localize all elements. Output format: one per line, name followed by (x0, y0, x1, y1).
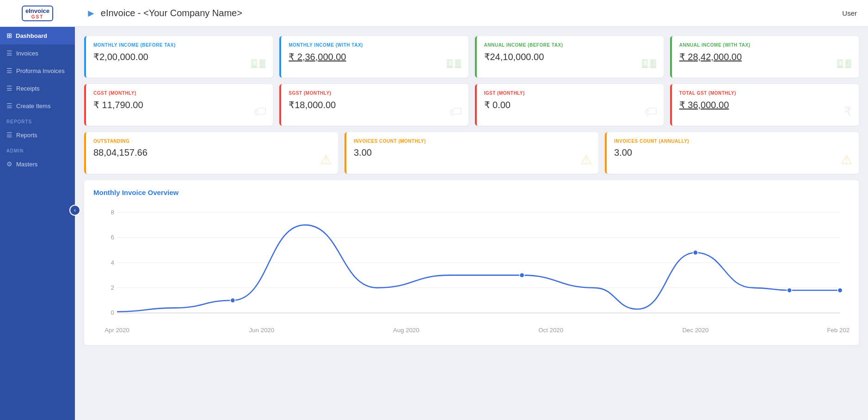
content-area: MONTHLY INCOME (BEFORE TAX)₹2,00,000.00💵… (75, 27, 868, 420)
stat-label-total-gst-monthly: TOTAL GST (MONTHLY) (679, 91, 851, 96)
svg-text:8: 8 (111, 209, 114, 216)
svg-point-19 (787, 288, 792, 292)
stat-icon-cgst-monthly: 🏷 (253, 104, 266, 119)
stat-icon-sgst-monthly: 🏷 (449, 104, 462, 119)
svg-text:2: 2 (111, 284, 114, 291)
stat-icon-outstanding: ⚠ (320, 152, 332, 167)
stat-card-cgst-monthly: CGST (MONTHLY)₹ 11,790.00🏷 (84, 84, 273, 126)
sidebar-toggle-button[interactable]: ‹ (69, 205, 80, 216)
stat-icon-annual-income-before-tax: 💵 (641, 56, 657, 71)
stat-card-outstanding: OUTSTANDING88,04,157.66⚠ (84, 132, 338, 174)
stat-card-invoices-count-monthly: INVOICES COUNT (MONTHLY)3.00⚠ (345, 132, 598, 174)
svg-text:6: 6 (111, 234, 114, 241)
chart-title: Monthly Invoice Overview (93, 189, 850, 196)
stat-label-outstanding: OUTSTANDING (93, 139, 331, 144)
stat-label-annual-income-with-tax: ANNUAL INCOME (WITH TAX) (679, 43, 851, 48)
svg-text:Jun 2020: Jun 2020 (249, 327, 274, 334)
sidebar-item-reports[interactable]: ☰ Reports (0, 126, 75, 144)
stat-label-igst-monthly: IGST (MONTHLY) (484, 91, 656, 96)
svg-text:Feb 2021: Feb 2021 (827, 327, 850, 334)
stat-value-sgst-monthly: ₹18,000.00 (289, 99, 461, 110)
svg-point-16 (230, 298, 235, 303)
stat-label-sgst-monthly: SGST (MONTHLY) (289, 91, 461, 96)
stat-icon-total-gst-monthly: ₹ (844, 104, 852, 119)
sidebar-label-masters: Masters (16, 161, 37, 168)
sidebar-label-proforma: Proforma Invoices (16, 67, 65, 74)
stat-label-monthly-income-with-tax: MONTHLY INCOME (WITH TAX) (289, 43, 461, 48)
sidebar-label-receipts: Receipts (16, 85, 40, 92)
header: ► eInvoice - <Your Company Name> User (75, 0, 868, 27)
stat-card-invoices-count-annually: INVOICES COUNT (ANNUALLY)3.00⚠ (605, 132, 859, 174)
svg-point-17 (520, 273, 524, 277)
proforma-icon: ☰ (6, 67, 12, 74)
stat-card-monthly-income-before-tax: MONTHLY INCOME (BEFORE TAX)₹2,00,000.00💵 (84, 36, 273, 78)
sidebar: eInvoice GST ⊞ Dashboard ☰ Invoices ☰ Pr… (0, 0, 75, 420)
svg-point-18 (693, 250, 698, 255)
svg-text:0: 0 (111, 309, 114, 316)
stat-value-monthly-income-before-tax: ₹2,00,000.00 (93, 51, 265, 62)
sidebar-item-dashboard[interactable]: ⊞ Dashboard (0, 27, 75, 44)
svg-point-20 (837, 288, 842, 292)
stat-icon-monthly-income-before-tax: 💵 (250, 56, 266, 71)
receipts-icon: ☰ (6, 85, 12, 92)
stat-card-igst-monthly: IGST (MONTHLY)₹ 0.00🏷 (475, 84, 664, 126)
chart-section: Monthly Invoice Overview 02468Apr 2020Ju… (84, 180, 859, 345)
stat-label-annual-income-before-tax: ANNUAL INCOME (BEFORE TAX) (484, 43, 656, 48)
sidebar-item-invoices[interactable]: ☰ Invoices (0, 44, 75, 62)
stat-value-igst-monthly: ₹ 0.00 (484, 99, 656, 110)
stat-value-annual-income-with-tax: ₹ 28,42,000.00 (679, 51, 851, 62)
logo-area: eInvoice GST (0, 0, 75, 27)
stat-card-annual-income-before-tax: ANNUAL INCOME (BEFORE TAX)₹24,10,000.00💵 (475, 36, 664, 78)
logo: eInvoice GST (22, 6, 53, 21)
user-label: User (842, 9, 857, 17)
sidebar-label-invoices: Invoices (16, 50, 38, 57)
stat-icon-invoices-count-annually: ⚠ (841, 152, 852, 167)
stat-icon-annual-income-with-tax: 💵 (836, 56, 852, 71)
svg-text:Aug 2020: Aug 2020 (393, 327, 419, 334)
stat-card-sgst-monthly: SGST (MONTHLY)₹18,000.00🏷 (279, 84, 468, 126)
sidebar-label-reports: Reports (16, 132, 37, 139)
logo-mid: GST (31, 14, 44, 19)
svg-text:4: 4 (111, 259, 115, 266)
stat-label-monthly-income-before-tax: MONTHLY INCOME (BEFORE TAX) (93, 43, 265, 48)
sidebar-item-create-items[interactable]: ☰ Create Items (0, 97, 75, 115)
stat-label-invoices-count-annually: INVOICES COUNT (ANNUALLY) (614, 139, 851, 144)
sidebar-item-proforma[interactable]: ☰ Proforma Invoices (0, 62, 75, 79)
stat-value-invoices-count-annually: 3.00 (614, 147, 851, 158)
masters-icon: ⚙ (6, 160, 12, 168)
create-items-icon: ☰ (6, 102, 12, 110)
chart-container: 02468Apr 2020Jun 2020Aug 2020Oct 2020Dec… (93, 203, 850, 337)
stats-row-1: MONTHLY INCOME (BEFORE TAX)₹2,00,000.00💵… (84, 36, 859, 78)
sidebar-label-dashboard: Dashboard (16, 32, 47, 39)
line-chart: 02468Apr 2020Jun 2020Aug 2020Oct 2020Dec… (93, 203, 850, 337)
stat-icon-invoices-count-monthly: ⚠ (580, 152, 592, 167)
stats-row-3: OUTSTANDING88,04,157.66⚠INVOICES COUNT (… (84, 132, 859, 174)
sidebar-label-create-items: Create Items (16, 103, 50, 110)
stat-value-monthly-income-with-tax: ₹ 2,36,000.00 (289, 51, 461, 62)
stat-card-annual-income-with-tax: ANNUAL INCOME (WITH TAX)₹ 28,42,000.00💵 (670, 36, 859, 78)
stat-card-total-gst-monthly: TOTAL GST (MONTHLY)₹ 36,000.00₹ (670, 84, 859, 126)
stat-value-total-gst-monthly: ₹ 36,000.00 (679, 99, 851, 110)
main-area: ► eInvoice - <Your Company Name> User MO… (75, 0, 868, 420)
header-left: ► eInvoice - <Your Company Name> (86, 7, 242, 19)
admin-section-label: ADMIN (0, 144, 75, 155)
reports-section-label: REPORTS (0, 115, 75, 126)
sidebar-item-masters[interactable]: ⚙ Masters (0, 155, 75, 173)
stat-label-cgst-monthly: CGST (MONTHLY) (93, 91, 265, 96)
stat-value-outstanding: 88,04,157.66 (93, 147, 331, 158)
logo-top: eInvoice (25, 7, 49, 14)
stat-icon-igst-monthly: 🏷 (644, 104, 657, 119)
reports-icon: ☰ (6, 131, 12, 139)
svg-text:Dec 2020: Dec 2020 (682, 327, 708, 334)
stat-label-invoices-count-monthly: INVOICES COUNT (MONTHLY) (354, 139, 591, 144)
stat-value-annual-income-before-tax: ₹24,10,000.00 (484, 51, 656, 62)
page-title: eInvoice - <Your Company Name> (101, 8, 242, 18)
sidebar-item-receipts[interactable]: ☰ Receipts (0, 79, 75, 97)
stat-card-monthly-income-with-tax: MONTHLY INCOME (WITH TAX)₹ 2,36,000.00💵 (279, 36, 468, 78)
stat-value-cgst-monthly: ₹ 11,790.00 (93, 99, 265, 110)
svg-text:Apr 2020: Apr 2020 (105, 327, 129, 334)
stats-row-2: CGST (MONTHLY)₹ 11,790.00🏷SGST (MONTHLY)… (84, 84, 859, 126)
invoices-icon: ☰ (6, 49, 12, 57)
stat-icon-monthly-income-with-tax: 💵 (446, 56, 462, 71)
nav-arrow-icon: ► (86, 7, 96, 19)
